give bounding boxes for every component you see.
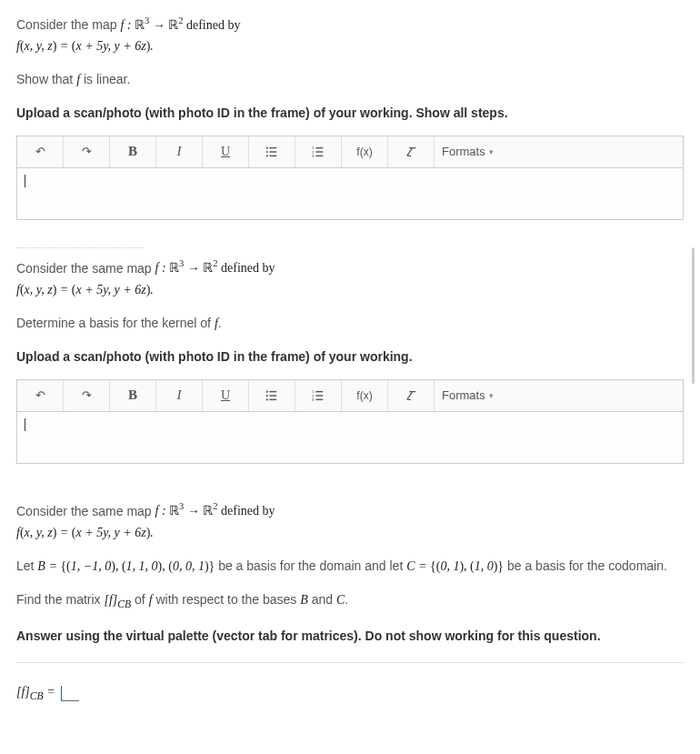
scrollbar[interactable] (692, 247, 695, 384)
q2-editor: ↶ ↷ B I U 123 f(x) Formats ▾ (16, 379, 684, 464)
q2-editor-textarea[interactable] (17, 412, 683, 463)
equation-button[interactable]: f(x) (342, 136, 388, 167)
formats-label: Formats (442, 145, 485, 158)
q1-editor: ↶ ↷ B I U 123 f(x) Formats ▾ (16, 136, 684, 220)
chevron-down-icon: ▾ (489, 147, 494, 156)
bold-button[interactable]: B (110, 380, 156, 411)
redo-button[interactable]: ↷ (64, 136, 110, 167)
underline-button[interactable]: U (203, 136, 249, 167)
q2-task: Determine a basis for the kernel of f. (16, 313, 684, 334)
q1-upload-instruction: Upload a scan/photo (with photo ID in th… (16, 104, 684, 123)
svg-rect-19 (315, 391, 323, 392)
undo-button[interactable]: ↶ (17, 136, 64, 167)
svg-rect-9 (315, 151, 323, 152)
undo-button[interactable]: ↶ (17, 380, 64, 411)
q3-prompt: Consider the same map f : ℝ3 → ℝ2 define… (16, 500, 684, 543)
redo-icon: ↷ (82, 145, 92, 158)
formats-dropdown[interactable]: Formats ▾ (435, 136, 501, 167)
q3-basis-C: C = {(0, 1), (1, 0)} (406, 559, 504, 573)
svg-text:3: 3 (312, 397, 315, 402)
q1-editor-textarea[interactable] (17, 168, 683, 219)
formats-label: Formats (442, 388, 485, 402)
divider (16, 662, 684, 663)
svg-rect-15 (269, 395, 276, 396)
number-list-icon: 123 (312, 146, 325, 158)
undo-icon: ↶ (35, 145, 45, 158)
q3-basis-line: Let B = {(1, −1, 0), (1, 1, 0), (0, 0, 1… (16, 556, 684, 577)
bold-icon: B (128, 387, 137, 403)
number-list-button[interactable]: 123 (295, 136, 342, 167)
clear-icon (405, 389, 417, 402)
redo-button[interactable]: ↷ (64, 380, 110, 411)
number-list-icon: 123 (312, 389, 325, 402)
formats-dropdown[interactable]: Formats ▾ (435, 380, 501, 411)
q1-prompt-text: Consider the map (16, 17, 120, 32)
svg-point-14 (266, 395, 268, 397)
equation-button[interactable]: f(x) (342, 380, 388, 411)
svg-point-4 (266, 155, 268, 156)
undo-icon: ↶ (35, 388, 45, 402)
svg-point-12 (266, 390, 268, 392)
fx-icon: f(x) (356, 389, 372, 402)
q3-answer-input[interactable] (61, 686, 79, 701)
chevron-down-icon: ▾ (489, 391, 494, 400)
svg-point-0 (266, 146, 268, 148)
bullet-list-icon (265, 146, 278, 158)
clear-format-button[interactable] (388, 136, 435, 167)
number-list-button[interactable]: 123 (295, 380, 342, 411)
clear-icon (405, 146, 417, 158)
svg-point-16 (266, 398, 268, 400)
svg-rect-17 (269, 398, 276, 399)
q2-prompt: Consider the same map f : ℝ3 → ℝ2 define… (16, 257, 684, 300)
q2-upload-instruction: Upload a scan/photo (with photo ID in th… (16, 347, 684, 367)
separator (16, 247, 144, 248)
q1-formula: f(x, y, z) = (x + 5y, y + 6z). (16, 39, 154, 53)
q3-map-def: f : ℝ3 → ℝ2 defined by (155, 504, 275, 518)
svg-rect-11 (315, 156, 323, 156)
underline-icon: U (221, 145, 230, 159)
q1-task: Show that f is linear. (16, 69, 684, 90)
bullet-list-button[interactable] (249, 380, 295, 411)
underline-button[interactable]: U (203, 380, 249, 411)
redo-icon: ↷ (82, 388, 92, 402)
q3-basis-b: be a basis for the domain and let (218, 558, 406, 573)
q3-answer-label: [f]CB = (16, 685, 55, 702)
svg-rect-3 (269, 151, 276, 152)
bullet-list-button[interactable] (249, 136, 295, 167)
q2-prompt-text: Consider the same map (16, 260, 155, 275)
svg-text:3: 3 (312, 154, 315, 158)
italic-button[interactable]: I (156, 136, 203, 167)
q2-map-def: f : ℝ3 → ℝ2 defined by (155, 261, 275, 275)
svg-rect-21 (315, 395, 323, 396)
clear-format-button[interactable] (388, 380, 435, 411)
bullet-list-icon (265, 389, 278, 402)
svg-rect-7 (315, 147, 323, 148)
q3-prompt-text: Consider the same map (16, 503, 155, 518)
q3-formula: f(x, y, z) = (x + 5y, y + 6z). (16, 526, 154, 539)
svg-rect-13 (269, 391, 276, 392)
q3-task: Find the matrix [f]CB of f with respect … (16, 589, 684, 613)
q2-toolbar: ↶ ↷ B I U 123 f(x) Formats ▾ (17, 380, 683, 412)
question-2: Consider the same map f : ℝ3 → ℝ2 define… (16, 257, 684, 464)
svg-rect-23 (315, 398, 323, 399)
italic-icon: I (177, 387, 182, 403)
q1-toolbar: ↶ ↷ B I U 123 f(x) Formats ▾ (17, 136, 683, 168)
bold-button[interactable]: B (110, 136, 156, 167)
q3-instruction: Answer using the virtual palette (vector… (16, 627, 684, 646)
svg-rect-1 (269, 147, 276, 148)
bold-icon: B (128, 144, 137, 159)
italic-icon: I (177, 144, 182, 159)
fx-icon: f(x) (356, 146, 372, 158)
q3-basis-c: be a basis for the codomain. (507, 558, 667, 573)
svg-rect-5 (269, 156, 276, 156)
q3-answer-row: [f]CB = (16, 685, 684, 702)
q1-prompt: Consider the map f : ℝ3 → ℝ2 defined by … (16, 14, 684, 56)
question-1: Consider the map f : ℝ3 → ℝ2 defined by … (16, 14, 684, 220)
svg-point-2 (266, 151, 268, 153)
question-3: Consider the same map f : ℝ3 → ℝ2 define… (16, 500, 684, 702)
q1-map-def: f : ℝ3 → ℝ2 defined by (120, 18, 240, 32)
italic-button[interactable]: I (156, 380, 203, 411)
q2-formula: f(x, y, z) = (x + 5y, y + 6z). (16, 283, 154, 297)
underline-icon: U (221, 388, 230, 403)
q3-basis-B: B = {(1, −1, 0), (1, 1, 0), (0, 0, 1)} (37, 559, 215, 573)
